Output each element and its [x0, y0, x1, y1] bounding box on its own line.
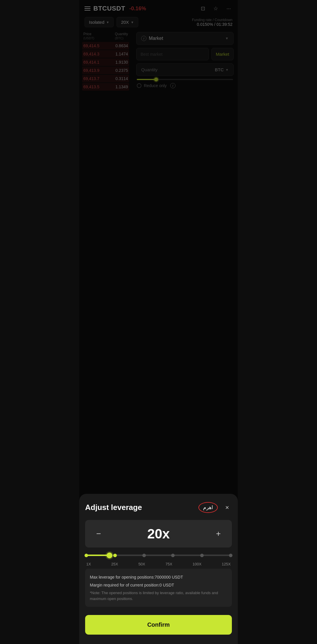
ob-qty: 1.1474	[115, 52, 128, 56]
reduce-only-row[interactable]: Reduce only i	[136, 82, 234, 89]
chevron-down-icon: ▼	[225, 68, 229, 72]
ob-price: 69,413.7	[83, 76, 100, 81]
ob-price: 69,414.5	[83, 43, 100, 48]
orderbook-header: Price(USDT) Quantity(BTC)	[82, 32, 129, 40]
ob-row-5: 69,413.7 0.3114	[82, 75, 129, 82]
chevron-down-icon: ▼	[106, 21, 109, 24]
chevron-down-icon: ▼	[225, 36, 229, 40]
controls-row: Isolated ▼ 20X ▼ Funding rate / Countdow…	[79, 15, 238, 30]
reduce-only-radio[interactable]	[137, 83, 141, 88]
trading-area: Price(USDT) Quantity(BTC) 69,414.5 0.863…	[79, 30, 238, 129]
market-type-select[interactable]: i Market ▼	[136, 32, 234, 45]
top-icons: ⊡ ☆ ···	[199, 5, 232, 12]
ob-price-header: Price(USDT)	[83, 32, 94, 40]
ob-row-6: 69,413.5 1.1349	[82, 83, 129, 91]
qty-label: Quantity	[141, 67, 158, 72]
star-icon[interactable]: ☆	[212, 5, 220, 12]
reduce-only-label: Reduce only	[144, 83, 167, 88]
more-icon[interactable]: ···	[225, 5, 232, 12]
ob-qty: 1.1349	[115, 84, 128, 89]
ob-price: 69,413.5	[83, 84, 100, 89]
orderbook: Price(USDT) Quantity(BTC) 69,414.5 0.863…	[79, 30, 132, 129]
quantity-row[interactable]: Quantity BTC ▼	[136, 63, 234, 76]
ob-row-4: 69,413.9 0.2375	[82, 67, 129, 74]
qty-currency: BTC ▼	[215, 67, 229, 72]
symbol-label: BTCUSDT	[93, 5, 125, 12]
chart-icon[interactable]: ⊡	[199, 5, 207, 12]
funding-value: 0.0150% / 01:39:52	[192, 22, 232, 27]
ob-qty: 0.8634	[115, 43, 128, 48]
leverage-dropdown[interactable]: 20X ▼	[117, 17, 138, 27]
market-tag: Market	[211, 48, 234, 60]
price-input[interactable]: Best market	[136, 48, 209, 60]
funding-label: Funding rate / Countdown	[192, 18, 232, 22]
ob-row-1: 69,414.5 0.8634	[82, 42, 129, 50]
market-type-label: Market	[149, 36, 163, 41]
price-change: -0.16%	[129, 6, 146, 12]
ob-qty-header: Quantity(BTC)	[115, 32, 128, 40]
amount-slider[interactable]	[136, 79, 234, 80]
ob-price: 69,413.9	[83, 68, 100, 73]
ob-row-3: 69,414.1 1.9130	[82, 58, 129, 66]
ob-price: 69,414.1	[83, 60, 100, 65]
ob-price: 69,414.3	[83, 52, 100, 56]
chevron-down-icon: ▼	[131, 21, 134, 24]
ob-qty: 0.3114	[115, 76, 128, 81]
ob-qty: 1.9130	[115, 60, 128, 65]
top-bar: BTCUSDT -0.16% ⊡ ☆ ···	[79, 0, 238, 15]
info-icon: i	[141, 36, 146, 41]
order-panel: i Market ▼ Best market Market Quantity B…	[132, 30, 238, 129]
reduce-only-info-icon[interactable]: i	[170, 83, 176, 88]
ob-qty: 0.2375	[115, 68, 128, 73]
margin-mode-dropdown[interactable]: Isolated ▼	[85, 17, 114, 27]
menu-icon[interactable]	[85, 6, 90, 11]
funding-info: Funding rate / Countdown 0.0150% / 01:39…	[192, 18, 232, 27]
ob-row-2: 69,414.3 1.1474	[82, 50, 129, 58]
price-input-row: Best market Market	[136, 48, 234, 60]
